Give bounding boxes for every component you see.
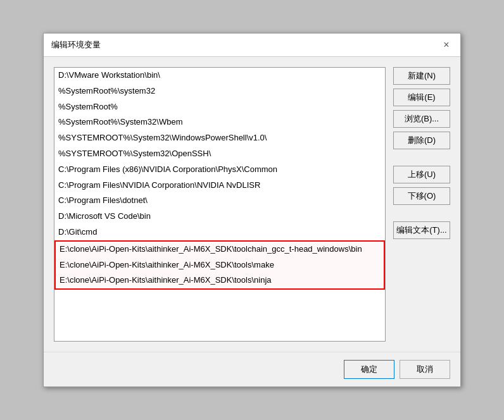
confirm-button[interactable]: 确定 [344, 360, 394, 379]
close-button[interactable]: × [440, 39, 453, 51]
list-item-highlighted-3[interactable]: E:\clone\AiPi-Open-Kits\aithinker_Ai-M6X… [56, 273, 384, 288]
edit-env-var-dialog: 编辑环境变量 × D:\VMware Workstation\bin\ %Sys… [43, 33, 461, 387]
list-item[interactable]: %SystemRoot% [54, 99, 385, 115]
move-up-button[interactable]: 上移(U) [393, 166, 450, 183]
list-item[interactable]: %SYSTEMROOT%\System32\OpenSSH\ [54, 146, 385, 162]
dialog-title: 编辑环境变量 [51, 39, 101, 51]
browse-button[interactable]: 浏览(B)... [393, 110, 450, 128]
move-down-button[interactable]: 下移(O) [393, 187, 450, 205]
dialog-footer: 确定 取消 [44, 352, 460, 386]
cancel-button[interactable]: 取消 [400, 360, 450, 379]
env-var-list[interactable]: D:\VMware Workstation\bin\ %SystemRoot%\… [54, 67, 386, 342]
list-item[interactable]: %SYSTEMROOT%\System32\WindowsPowerShell\… [54, 130, 385, 146]
list-item-highlighted-2[interactable]: E:\clone\AiPi-Open-Kits\aithinker_Ai-M6X… [56, 257, 384, 273]
list-item[interactable]: %SystemRoot%\System32\Wbem [54, 114, 385, 130]
edit-button[interactable]: 编辑(E) [393, 89, 450, 106]
list-item[interactable]: D:\VMware Workstation\bin\ [54, 68, 385, 83]
list-item[interactable]: %SystemRoot%\system32 [54, 83, 385, 99]
delete-button[interactable]: 删除(D) [393, 132, 450, 149]
title-bar: 编辑环境变量 × [44, 34, 460, 57]
list-item[interactable]: C:\Program Files (x86)\NVIDIA Corporatio… [54, 162, 385, 178]
highlighted-group: E:\clone\AiPi-Open-Kits\aithinker_Ai-M6X… [54, 240, 385, 290]
new-button[interactable]: 新建(N) [393, 67, 450, 85]
list-item[interactable]: C:\Program Files\NVIDIA Corporation\NVID… [54, 178, 385, 194]
list-item-highlighted-1[interactable]: E:\clone\AiPi-Open-Kits\aithinker_Ai-M6X… [56, 242, 384, 257]
list-item[interactable]: D:\Git\cmd [54, 225, 385, 240]
list-item[interactable]: D:\Microsoft VS Code\bin [54, 209, 385, 225]
edit-text-button[interactable]: 编辑文本(T)... [393, 221, 450, 239]
list-item[interactable]: C:\Program Files\dotnet\ [54, 193, 385, 209]
dialog-body: D:\VMware Workstation\bin\ %SystemRoot%\… [44, 57, 460, 352]
button-panel: 新建(N) 编辑(E) 浏览(B)... 删除(D) 上移(U) 下移(O) 编… [393, 67, 450, 342]
